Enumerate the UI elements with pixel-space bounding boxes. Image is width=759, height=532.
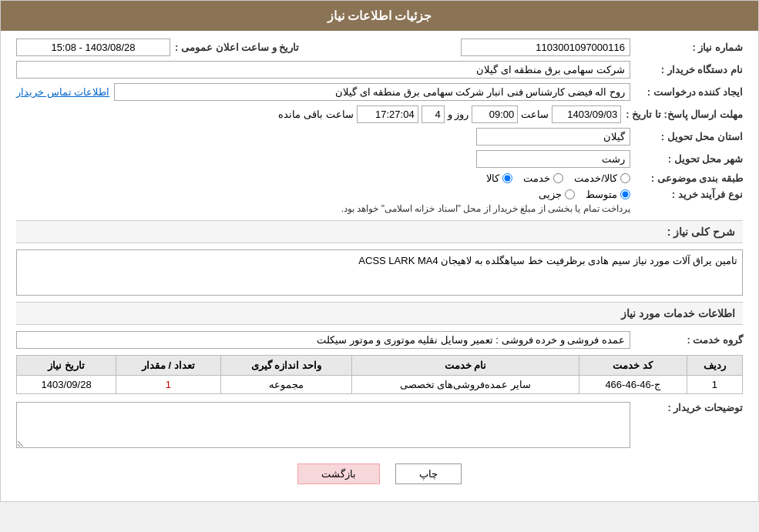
col-deadline: تاریخ نیاز [17, 356, 116, 376]
purchase-type-mottaset-label: متوسط [586, 189, 617, 200]
category-kala-khadamat-label: کالا/خدمت [574, 172, 617, 184]
category-label: طبقه بندی موضوعی : [635, 172, 743, 184]
deadline-day-label: روز و [448, 109, 469, 120]
announce-label: تاریخ و ساعت اعلان عمومی : [175, 42, 299, 53]
city-value: رشت [476, 150, 630, 168]
deadline-time-label: ساعت [521, 109, 549, 120]
province-value: گیلان [476, 128, 630, 146]
service-group-value: عمده فروشی و خرده فروشی : تعمیر وسایل نق… [16, 331, 630, 349]
cell-service-name: سایر عمده‌فروشی‌های تخصصی [351, 376, 579, 394]
deadline-time: 09:00 [472, 105, 518, 123]
category-kala-khadamat[interactable]: کالا/خدمت [574, 172, 630, 184]
purchase-type-jozii[interactable]: جزیی [539, 189, 575, 200]
col-row-num: ردیف [687, 356, 742, 376]
cell-quantity: 1 [116, 376, 220, 394]
province-label: استان محل تحویل : [635, 131, 743, 142]
purchase-type-desc: پرداخت تمام یا بخشی از مبلغ خریدار از مح… [16, 203, 630, 214]
deadline-remaining-label: ساعت باقی مانده [278, 109, 353, 120]
buyer-value: شرکت سهامی برق منطقه ای گیلان [16, 61, 630, 79]
category-radio-group: کالا/خدمت خدمت کالا [486, 172, 630, 184]
col-unit: واحد اندازه گیری [220, 356, 351, 376]
creator-value: روح اله فیضی کارشناس فنی انبار شرکت سهام… [114, 83, 630, 101]
deadline-label: مهلت ارسال پاسخ: تا تاریخ : [626, 109, 743, 120]
print-button[interactable]: چاپ [395, 463, 462, 484]
general-desc-label: شرح کلی نیاز : [16, 220, 743, 243]
cell-row-num: 1 [687, 376, 742, 394]
category-khadamat[interactable]: خدمت [523, 172, 563, 184]
table-row: 1 ج-46-46-466 سایر عمده‌فروشی‌های تخصصی … [17, 376, 743, 394]
deadline-remaining: 17:27:04 [357, 105, 418, 123]
page-title: جزئیات اطلاعات نیاز [1, 1, 758, 31]
general-desc-value: تامین یراق آلات مورد نیاز سیم هادی برظرف… [16, 249, 743, 296]
buyer-desc-textarea[interactable] [16, 402, 630, 448]
back-button[interactable]: بازگشت [297, 463, 380, 484]
services-header: اطلاعات خدمات مورد نیاز [16, 302, 743, 325]
buyer-label: نام دستگاه خریدار : [635, 64, 743, 75]
cell-deadline: 1403/09/28 [17, 376, 116, 394]
category-kala[interactable]: کالا [486, 172, 512, 184]
creator-link[interactable]: اطلاعات تماس خریدار [16, 86, 109, 98]
creator-label: ایجاد کننده درخواست : [635, 86, 743, 98]
buyer-desc-label: توضیحات خریدار : [635, 402, 743, 413]
id-value: 1103001097000116 [461, 38, 630, 56]
cell-service-code: ج-46-46-466 [579, 376, 687, 394]
category-kala-label: کالا [486, 172, 499, 184]
col-quantity: تعداد / مقدار [116, 356, 220, 376]
col-service-name: نام خدمت [351, 356, 579, 376]
id-label: شماره نیاز : [635, 42, 743, 53]
cell-unit: مجموعه [220, 376, 351, 394]
buttons-row: چاپ بازگشت [16, 454, 743, 494]
announce-value: 1403/08/28 - 15:08 [16, 38, 170, 56]
purchase-type-mottaset[interactable]: متوسط [586, 189, 630, 200]
purchase-type-jozii-label: جزیی [539, 189, 562, 200]
city-label: شهر محل تحویل : [635, 153, 743, 165]
deadline-days: 4 [421, 105, 445, 123]
service-group-label: گروه خدمت : [635, 334, 743, 346]
services-table: ردیف کد خدمت نام خدمت واحد اندازه گیری ت… [16, 355, 743, 394]
purchase-type-label: نوع فرآیند خرید : [635, 189, 743, 200]
deadline-date: 1403/09/03 [552, 105, 621, 123]
category-khadamat-label: خدمت [523, 172, 550, 184]
col-service-code: کد خدمت [579, 356, 687, 376]
